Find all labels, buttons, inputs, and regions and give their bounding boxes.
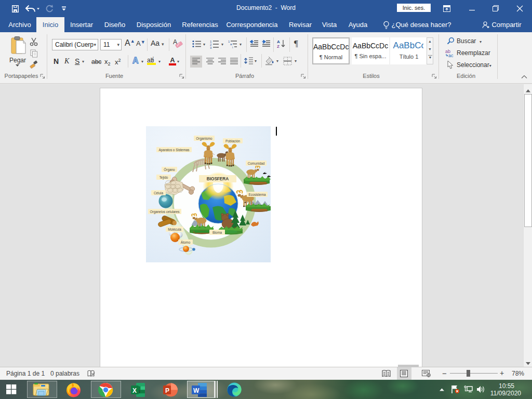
svg-text:Organelos celulares: Organelos celulares [150, 210, 180, 214]
svg-text:Población: Población [225, 139, 241, 143]
svg-text:Z: Z [277, 44, 280, 48]
svg-text:Organismo: Organismo [196, 137, 212, 141]
svg-text:X: X [132, 387, 137, 394]
svg-text:P: P [165, 387, 169, 394]
svg-text:BIOSFERA: BIOSFERA [207, 177, 229, 181]
svg-text:Ecosistema: Ecosistema [248, 193, 265, 196]
svg-text:Comunidad: Comunidad [248, 162, 265, 165]
svg-text:Átomo: Átomo [181, 240, 191, 244]
svg-text:ac: ac [448, 53, 454, 57]
svg-text:A: A [277, 39, 280, 44]
svg-text:i: i [232, 46, 233, 49]
svg-text:Molécula: Molécula [168, 228, 181, 231]
svg-text:Aparatos o Sistemas: Aparatos o Sistemas [159, 148, 190, 152]
svg-text:W: W [193, 387, 200, 394]
svg-text:Órgano: Órgano [164, 167, 175, 172]
svg-text:Bioma: Bioma [212, 231, 222, 234]
svg-text:Tejido: Tejido [159, 176, 168, 180]
svg-text:3: 3 [210, 46, 212, 49]
svg-text:Célula: Célula [154, 191, 164, 195]
